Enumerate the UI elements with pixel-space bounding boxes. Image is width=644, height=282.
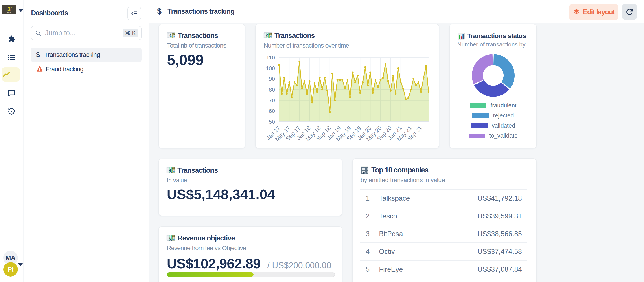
svg-text:00: 00 xyxy=(172,167,175,170)
svg-text:00: 00 xyxy=(172,32,175,35)
svg-text:€: € xyxy=(170,34,172,38)
svg-text:00: 00 xyxy=(172,235,175,237)
svg-text:70: 70 xyxy=(269,97,275,104)
svg-text:80: 80 xyxy=(269,87,275,93)
svg-text:50: 50 xyxy=(269,119,275,125)
svg-text:110: 110 xyxy=(266,55,275,61)
svg-text:€: € xyxy=(169,236,172,240)
svg-text:€: € xyxy=(169,168,172,173)
svg-text:100: 100 xyxy=(266,65,275,71)
svg-text:90: 90 xyxy=(269,76,275,82)
svg-text:60: 60 xyxy=(269,108,275,114)
